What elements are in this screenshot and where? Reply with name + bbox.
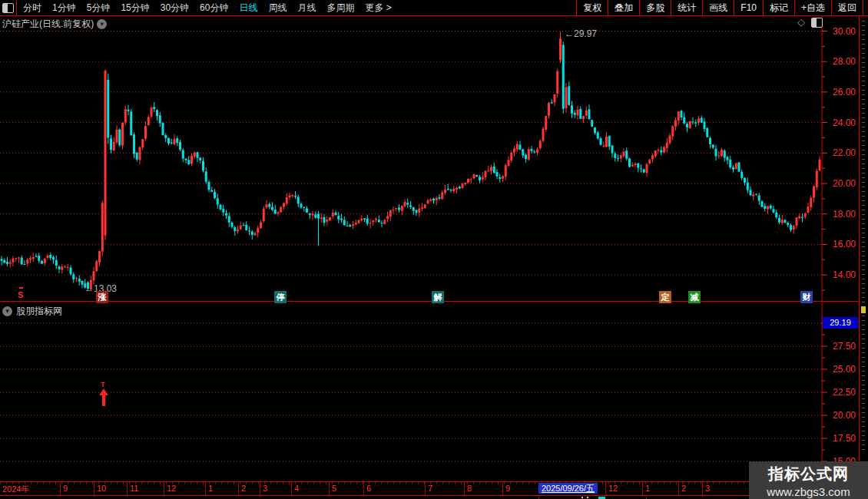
event-marker[interactable]: 解	[432, 291, 444, 303]
month-separator	[702, 482, 703, 495]
indicator-axis-label: 27.50	[827, 341, 856, 352]
month-separator	[642, 482, 643, 495]
event-marker[interactable]: 停	[274, 291, 287, 303]
month-separator	[678, 482, 679, 495]
price-axis-label: 18.00	[827, 209, 856, 220]
price-axis-label: 22.00	[827, 147, 856, 158]
indicator-axis-label: 25.00	[827, 364, 856, 375]
month-separator	[502, 482, 503, 495]
month-separator	[94, 482, 94, 495]
event-marker[interactable]: 财	[800, 291, 813, 303]
month-separator	[238, 482, 239, 495]
status-tick	[538, 496, 539, 499]
month-label: 3	[705, 484, 710, 493]
month-separator	[464, 482, 465, 495]
price-axis-label: 16.00	[827, 239, 856, 250]
event-marker[interactable]: 定	[659, 291, 671, 303]
month-separator	[329, 482, 330, 495]
watermark: 指标公式网 www.zbgs3.com	[749, 461, 868, 499]
month-label: 2	[241, 484, 246, 493]
month-label: 3	[263, 484, 267, 493]
indicator-panel-title: 股朋指标网	[16, 305, 62, 318]
event-marker[interactable]: 减	[688, 291, 701, 303]
mini-overview-strip[interactable]	[859, 16, 868, 481]
price-axis-label: 28.00	[827, 56, 856, 67]
status-dot	[581, 497, 583, 498]
month-label: 1	[645, 484, 650, 493]
chart-title: 沪硅产业(日线.前复权)	[2, 18, 94, 31]
chevron-down-icon[interactable]: ▾	[2, 306, 12, 316]
month-label: 8	[467, 484, 472, 493]
month-separator	[605, 482, 606, 495]
month-label: 9	[63, 484, 68, 493]
watermark-url: www.zbgs3.com	[749, 485, 868, 498]
app-window: 分时1分钟5分钟15分钟30分钟60分钟日线周线月线多周期更多 > 复权叠加多股…	[0, 0, 868, 499]
month-label: 6	[366, 484, 371, 493]
month-separator	[127, 482, 128, 495]
price-axis-label: 24.00	[827, 117, 856, 128]
month-label: 5	[332, 484, 336, 493]
date-axis: 2024年91011121234567892025/09/26/五12123	[0, 481, 868, 496]
price-axis-label: 26.00	[827, 87, 856, 97]
indicator-panel-header: ▾ 股朋指标网	[2, 305, 62, 318]
month-separator	[205, 482, 206, 495]
month-label: 2024年	[2, 484, 29, 495]
month-label: 2	[681, 484, 686, 493]
current-date-tag: 2025/09/26/五	[538, 483, 598, 494]
status-dot	[587, 497, 588, 498]
price-axis-label: 14.00	[827, 269, 856, 280]
month-separator	[260, 482, 260, 495]
high-price-annotation: ←29.97	[565, 28, 597, 39]
price-axis-label: 20.00	[827, 178, 856, 189]
indicator-axis-label: 17.50	[827, 433, 856, 444]
month-label: 1	[208, 484, 213, 493]
month-separator	[363, 482, 364, 495]
status-bar-cutoff	[0, 496, 868, 499]
signal-s-marker[interactable]: S	[18, 290, 23, 299]
month-separator	[60, 482, 61, 495]
watermark-title: 指标公式网	[749, 464, 868, 484]
month-label: 9	[505, 484, 510, 493]
indicator-value-tag: 29.19	[823, 317, 858, 329]
event-marker[interactable]: 涨	[96, 291, 108, 303]
month-label: 12	[608, 484, 618, 493]
indicator-axis-label: 20.00	[827, 410, 856, 421]
strip-highlight	[861, 306, 866, 313]
month-label: 12	[167, 484, 176, 493]
price-axis-label: 30.00	[827, 26, 856, 37]
status-tick	[646, 496, 647, 499]
chart-title-row: 沪硅产业(日线.前复权) ▾	[2, 18, 107, 31]
month-separator	[425, 482, 426, 495]
month-label: 11	[130, 484, 138, 493]
up-arrow-shaft	[102, 395, 105, 406]
title-tools: ◇	[797, 17, 823, 28]
month-separator	[291, 482, 292, 495]
month-separator	[164, 482, 164, 495]
panel-layout-icon[interactable]	[811, 18, 823, 28]
month-label: 10	[97, 484, 106, 493]
month-label: 4	[294, 484, 299, 493]
indicator-signal-glyph: T	[101, 381, 105, 388]
indicator-axis-label: 22.50	[827, 387, 856, 398]
chevron-down-icon[interactable]: ▾	[97, 19, 107, 29]
month-label: 7	[428, 484, 432, 493]
diamond-icon[interactable]: ◇	[797, 17, 805, 28]
main-chart-canvas[interactable]	[0, 0, 868, 499]
